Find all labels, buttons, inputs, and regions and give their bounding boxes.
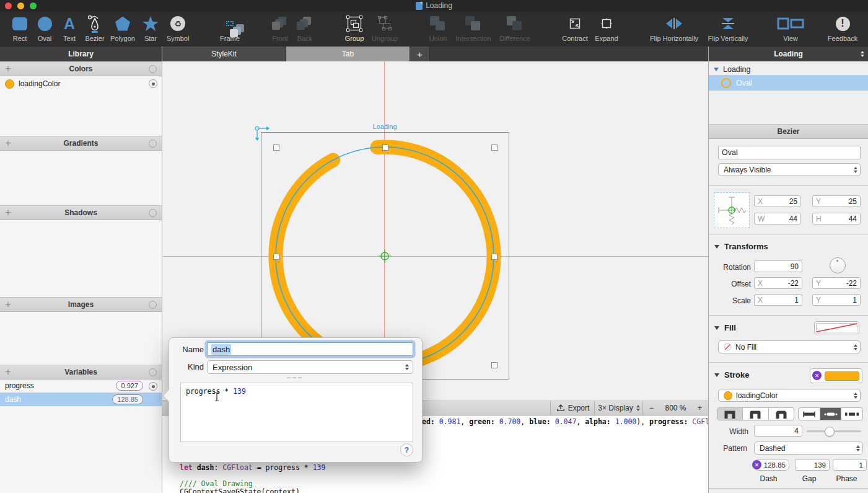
- stroke-disclosure-icon[interactable]: [714, 373, 719, 377]
- add-tab-button[interactable]: +: [410, 47, 430, 61]
- dash-target-radio[interactable]: [149, 396, 157, 404]
- shadows-radio[interactable]: [149, 209, 157, 217]
- path-handle-w[interactable]: [273, 254, 279, 260]
- add-variable-button[interactable]: +: [5, 365, 11, 378]
- variables-section-header[interactable]: + Variables: [0, 365, 162, 380]
- path-handle-nw[interactable]: [273, 144, 279, 151]
- scale-y-field[interactable]: Y1: [812, 294, 861, 306]
- images-section-header[interactable]: + Images: [0, 297, 162, 312]
- gradients-radio[interactable]: [149, 140, 157, 148]
- inspector-header-stepper-icon[interactable]: [861, 51, 864, 57]
- disclosure-triangle-icon[interactable]: [714, 68, 719, 71]
- colors-section-header[interactable]: + Colors: [0, 61, 162, 76]
- visibility-select[interactable]: Always Visible: [718, 163, 861, 176]
- rotation-label: Rotation: [714, 263, 751, 272]
- stroke-color-select[interactable]: loadingColor: [718, 389, 861, 402]
- expand-button[interactable]: Expand: [572, 14, 641, 42]
- tree-row-loading[interactable]: Loading: [714, 65, 751, 74]
- fill-stepper-icon: [854, 344, 857, 350]
- cap-square-button[interactable]: [841, 408, 862, 420]
- variable-kind-select[interactable]: Expression: [207, 360, 413, 374]
- path-handle-se[interactable]: [491, 362, 498, 368]
- add-image-button[interactable]: +: [5, 298, 11, 311]
- stroke-swatch[interactable]: ✕: [810, 368, 862, 383]
- dash-variable-binding-icon[interactable]: ✕: [752, 460, 761, 469]
- offset-x-field[interactable]: X-22: [754, 277, 802, 289]
- help-button[interactable]: ?: [400, 443, 413, 456]
- fill-disclosure-icon[interactable]: [714, 326, 719, 330]
- selection-group-label[interactable]: Loading: [372, 123, 397, 130]
- transforms-disclosure-icon[interactable]: [714, 245, 719, 249]
- stroke-cap-segmented: [798, 407, 863, 420]
- document-icon: [416, 2, 423, 10]
- shape-name-field[interactable]: Oval: [718, 146, 861, 159]
- path-handle-ne[interactable]: [491, 144, 498, 151]
- path-handle-e[interactable]: [491, 254, 498, 260]
- popover-resize-handle[interactable]: [287, 377, 302, 378]
- stroke-width-slider[interactable]: [807, 430, 861, 432]
- color-item-loadingcolor[interactable]: loadingColor: [0, 77, 162, 91]
- stroke-join-segmented: [717, 407, 794, 420]
- color-target-radio[interactable]: [149, 79, 157, 88]
- fill-swatch[interactable]: [814, 321, 859, 334]
- variables-radio[interactable]: [149, 368, 157, 376]
- expression-editor[interactable]: progress * 139: [180, 383, 413, 442]
- variable-row-progress[interactable]: progress 0.927: [0, 379, 162, 393]
- tree-row-oval-selected[interactable]: Oval: [709, 75, 868, 91]
- scale-x-field[interactable]: X1: [754, 294, 802, 306]
- kind-stepper-icon: [405, 364, 409, 370]
- add-gradient-button[interactable]: +: [5, 136, 11, 149]
- export-button[interactable]: Export: [550, 401, 595, 415]
- cap-butt-button[interactable]: [799, 408, 820, 420]
- phase-field[interactable]: 1: [833, 459, 867, 471]
- offset-y-field[interactable]: Y-22: [812, 277, 861, 289]
- x-field[interactable]: X25: [754, 195, 801, 207]
- stroke-section[interactable]: Stroke: [714, 370, 749, 380]
- join-round-button[interactable]: [743, 408, 768, 420]
- resizing-anchor-widget[interactable]: [714, 192, 750, 228]
- center-anchor-icon[interactable]: [378, 249, 392, 263]
- rotation-field[interactable]: 90: [754, 260, 802, 272]
- fill-section[interactable]: Fill: [714, 323, 736, 332]
- variable-binding-icon[interactable]: ✕: [812, 371, 822, 380]
- variable-editor-popover: Name dash Kind Expression progress * 139…: [169, 337, 423, 463]
- dash-value-badge[interactable]: 128.85: [112, 394, 143, 404]
- shadows-section-header[interactable]: + Shadows: [0, 205, 162, 220]
- gradients-section-header[interactable]: + Gradients: [0, 136, 162, 151]
- dash-field[interactable]: 128.85 ✕: [754, 459, 789, 471]
- tab-active[interactable]: Tab: [286, 47, 410, 61]
- stroke-color-stepper-icon: [854, 393, 857, 399]
- colors-radio[interactable]: [149, 65, 157, 73]
- progress-target-radio[interactable]: [149, 382, 157, 391]
- join-miter-button[interactable]: [717, 408, 743, 420]
- add-shadow-button[interactable]: +: [5, 206, 11, 219]
- stroke-pattern-select[interactable]: Dashed: [754, 442, 863, 455]
- progress-value-badge[interactable]: 0.927: [116, 381, 143, 391]
- transforms-section[interactable]: Transforms: [714, 242, 768, 251]
- difference-icon: [507, 14, 523, 33]
- zoom-level[interactable]: 800 %: [665, 404, 686, 412]
- zoom-out-button[interactable]: −: [649, 404, 654, 412]
- add-color-button[interactable]: +: [5, 62, 11, 75]
- slider-thumb[interactable]: [825, 427, 835, 437]
- variable-name-input[interactable]: dash: [207, 342, 413, 356]
- rotation-knob[interactable]: [830, 257, 846, 273]
- width-field[interactable]: W44: [754, 213, 801, 224]
- variable-row-dash[interactable]: dash 128.85: [0, 393, 162, 406]
- images-radio[interactable]: [149, 301, 157, 309]
- flip-vertically-button[interactable]: Flip Vertically: [694, 14, 762, 42]
- fill-select[interactable]: No Fill: [718, 340, 861, 353]
- frame-layers-icon: [226, 14, 234, 33]
- path-handle-n[interactable]: [382, 144, 388, 151]
- gap-field[interactable]: 139: [795, 459, 830, 471]
- zoom-in-button[interactable]: +: [698, 404, 702, 412]
- stroke-width-field[interactable]: 4: [754, 425, 802, 437]
- no-fill-icon: [724, 343, 732, 351]
- cap-round-button[interactable]: [820, 408, 842, 420]
- join-bevel-button[interactable]: [769, 408, 794, 420]
- feedback-button[interactable]: ! Feedback: [809, 14, 868, 42]
- tab-stylekit[interactable]: StyleKit: [162, 47, 286, 61]
- display-scale-select[interactable]: 3× Display: [594, 401, 643, 415]
- y-field[interactable]: Y25: [812, 195, 861, 207]
- height-field[interactable]: H44: [812, 213, 861, 224]
